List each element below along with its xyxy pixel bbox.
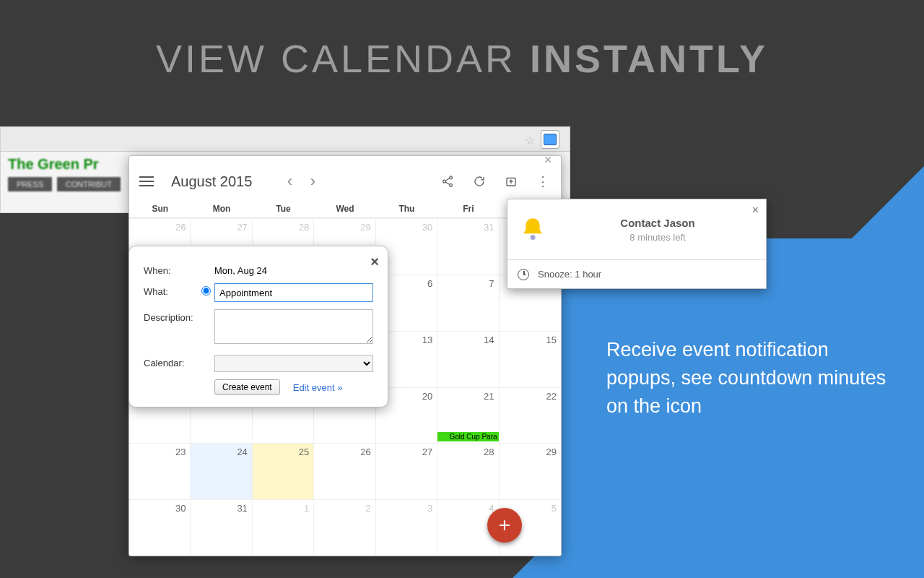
day-cell[interactable]: 3 [376, 499, 437, 556]
dow-label: Wed [314, 199, 375, 218]
headline: VIEW CALENDAR INSTANTLY [0, 36, 924, 81]
day-cell[interactable]: 30 [129, 499, 191, 556]
headline-a: VIEW CALENDAR [156, 37, 530, 80]
menu-icon[interactable] [139, 176, 154, 186]
dow-label: Tue [253, 199, 314, 218]
calendar-title: August 2015 [171, 173, 252, 190]
dow-label: Thu [376, 199, 437, 218]
day-cell[interactable]: 1 [253, 499, 314, 556]
day-cell[interactable]: 27 [376, 443, 437, 499]
day-cell[interactable]: 26 [314, 443, 375, 499]
open-external-icon[interactable] [502, 172, 520, 191]
next-month-button[interactable]: › [302, 171, 323, 191]
add-event-fab[interactable]: + [487, 508, 522, 543]
day-cell[interactable]: 22 [500, 387, 561, 444]
notification-subtitle: 8 minutes left [559, 232, 756, 243]
calendar-event[interactable]: Gold Cup Para [437, 432, 498, 441]
when-value: Mon, Aug 24 [214, 262, 373, 276]
share-icon[interactable] [438, 172, 457, 191]
what-input[interactable] [214, 283, 373, 302]
calendar-label: Calendar: [144, 355, 201, 368]
bell-icon [518, 215, 548, 245]
calendar-select[interactable] [214, 355, 373, 372]
snooze-label: Snooze: 1 hour [538, 269, 601, 280]
refresh-icon[interactable] [470, 172, 489, 191]
what-label: What: [144, 283, 201, 297]
day-cell[interactable]: 25 [253, 443, 314, 499]
more-icon[interactable]: ⋮ [533, 172, 552, 191]
day-cell[interactable]: 15 [500, 331, 561, 387]
description-label: Description: [144, 309, 201, 323]
day-cell[interactable]: 28 [437, 443, 499, 499]
prev-month-button[interactable]: ‹ [279, 171, 300, 191]
what-radio[interactable] [201, 286, 211, 296]
day-cell[interactable]: 24 [191, 443, 252, 499]
promo-text: Receive event notification popups, see c… [606, 336, 895, 420]
notification-card: × Contact Jason 8 minutes left Snooze: 1… [507, 199, 767, 289]
dow-row: SunMonTueWedThuFriSat [129, 199, 561, 218]
day-cell[interactable]: 14 [437, 331, 499, 387]
dow-label: Mon [191, 199, 252, 218]
day-cell[interactable]: 23 [129, 443, 191, 499]
calendar-header: August 2015 ‹ › ⋮ [129, 163, 561, 199]
snooze-row[interactable]: Snooze: 1 hour [507, 259, 766, 288]
when-label: When: [144, 262, 201, 276]
clock-icon [518, 269, 529, 280]
day-cell[interactable]: 31 [437, 218, 499, 275]
notification-title: Contact Jason [559, 217, 756, 229]
bg-nav-press[interactable]: PRESS [8, 177, 52, 191]
day-cell[interactable]: 21Gold Cup Para [437, 387, 499, 444]
day-cell[interactable]: 31 [191, 499, 252, 556]
day-cell[interactable]: 7 [437, 275, 499, 331]
day-cell[interactable]: 2 [314, 499, 375, 556]
edit-event-link[interactable]: Edit event » [293, 382, 343, 393]
create-event-button[interactable]: Create event [214, 379, 280, 395]
headline-b: INSTANTLY [530, 37, 768, 80]
close-icon[interactable]: × [539, 153, 557, 168]
day-cell[interactable]: 29 [500, 443, 561, 499]
svg-point-4 [531, 235, 536, 240]
close-icon[interactable]: × [752, 204, 759, 217]
description-input[interactable] [214, 309, 373, 344]
extension-icon[interactable] [541, 130, 559, 149]
quick-add-popover: × When: Mon, Aug 24 What: Description: C… [128, 246, 388, 407]
bookmark-star-icon[interactable]: ☆ [525, 134, 535, 147]
bg-nav-contrib[interactable]: CONTRIBUT [57, 177, 121, 191]
dow-label: Sun [129, 199, 191, 218]
dow-label: Fri [437, 199, 499, 218]
close-icon[interactable]: × [370, 254, 379, 270]
